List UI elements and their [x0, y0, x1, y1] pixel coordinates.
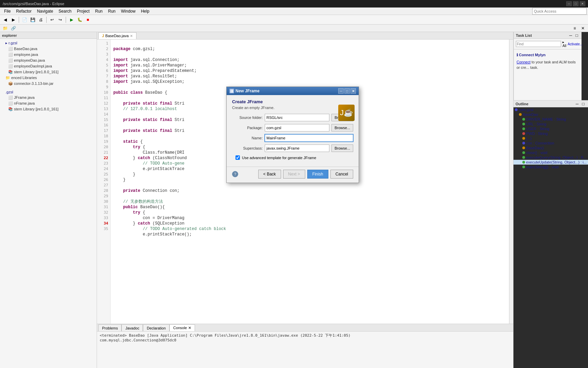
- dialog-minimize-btn[interactable]: ─: [338, 88, 344, 94]
- menu-search[interactable]: Search: [56, 8, 74, 14]
- task-find-input[interactable]: [516, 41, 561, 47]
- toolbar-btn-extra2[interactable]: ✕: [579, 25, 587, 32]
- outline-header-buttons: ─ □: [574, 101, 586, 107]
- outline-item-block[interactable]: {...}: [513, 136, 588, 141]
- superclass-input[interactable]: [265, 144, 329, 152]
- outline-item-con[interactable]: con : Connection: [513, 141, 588, 145]
- toolbar-link[interactable]: 🔗: [10, 25, 17, 32]
- tree-item-employeedao[interactable]: ⬜ employeeDao.java: [0, 58, 97, 63]
- menu-run1[interactable]: Run: [92, 8, 105, 14]
- outline-item-package[interactable]: com.gzsl: [513, 107, 588, 112]
- menu-window[interactable]: Window: [118, 8, 138, 14]
- method-icon-constructor: [522, 147, 525, 149]
- task-minimize-btn[interactable]: ─: [568, 33, 573, 38]
- toolbar-forward[interactable]: ▶: [10, 16, 17, 24]
- title-bar: /src/com/gzsl/BaseDao.java - Eclipse ─ □…: [0, 0, 588, 7]
- help-icon[interactable]: ?: [232, 171, 238, 177]
- toolbar-btn-extra1[interactable]: ≡: [571, 25, 578, 32]
- dialog-section-title: Create JFrame: [232, 99, 353, 104]
- toolbar-run[interactable]: ▶: [68, 16, 75, 24]
- outline-item-constructor[interactable]: BaseDao(): [513, 145, 588, 150]
- outline-item-url[interactable]: URL : String: [513, 122, 588, 126]
- tree-item-basedao[interactable]: ⬜ BaseDao.java: [0, 46, 97, 52]
- outline-item-pwd[interactable]: PWD : String: [513, 131, 588, 136]
- connect-link[interactable]: Connect: [517, 60, 530, 64]
- explorer-icon[interactable]: 📁: [1, 25, 9, 32]
- tree-item-connector[interactable]: 📦 connector-3.1.13-bin.jar: [0, 81, 97, 87]
- next-button[interactable]: Next >: [283, 170, 305, 179]
- close-btn[interactable]: ✕: [580, 1, 585, 6]
- menu-file[interactable]: File: [1, 8, 13, 14]
- outline-maximize-btn[interactable]: □: [581, 101, 586, 107]
- toolbar-sep2: [46, 17, 47, 23]
- form-row-source: Source folder: Browse...: [232, 114, 353, 121]
- toolbar-save[interactable]: 💾: [29, 16, 36, 24]
- dialog-footer: ? < Back Next > Finish Cancel: [227, 167, 359, 183]
- menu-project[interactable]: Project: [74, 8, 92, 14]
- name-input[interactable]: [265, 134, 353, 142]
- toolbar-sep3: [66, 17, 66, 23]
- dialog-maximize-btn[interactable]: □: [344, 88, 350, 94]
- dialog-icon-area: J☕: [338, 105, 355, 122]
- task-header-buttons: ─ □: [568, 33, 579, 38]
- outline-item-main[interactable]: main(String[]) : void: [513, 165, 588, 169]
- tree-item-gzsl2[interactable]: .gzsl: [0, 89, 97, 95]
- toolbar-new[interactable]: 📄: [21, 16, 28, 24]
- outline-item-user[interactable]: USER : String: [513, 126, 588, 131]
- outline-header: Outline ─ □: [513, 101, 588, 107]
- tree-item-employee[interactable]: ⬜ employee.java: [0, 52, 97, 58]
- field-icon-user: [522, 127, 525, 130]
- tree-item-jframe[interactable]: ⬜ JFrame.java: [0, 95, 97, 101]
- outline-item-class[interactable]: BaseDao: [513, 112, 588, 117]
- package-input[interactable]: [265, 124, 329, 132]
- minimize-btn[interactable]: ─: [566, 1, 572, 6]
- activate-link[interactable]: Activate...: [568, 42, 583, 46]
- source-folder-input[interactable]: [265, 114, 329, 121]
- task-maximize-btn[interactable]: □: [574, 33, 579, 38]
- menu-navigate[interactable]: Navigate: [34, 8, 56, 14]
- outline-item-executequery[interactable]: executeQuery(String, Object...) : R...: [513, 155, 588, 160]
- outline-item-drivername[interactable]: DRIVER_NAME : String: [513, 117, 588, 122]
- task-panel-content: ℹ Connect Mylyn Connect to your task and…: [514, 49, 582, 100]
- superclass-browse[interactable]: Browse...: [331, 144, 353, 152]
- tree-item-employeedaoimpl[interactable]: ⬜ employeeDaoImpl.java: [0, 63, 97, 69]
- tree-item-jre2[interactable]: 📚 stem Library [jre1.8.0_161]: [0, 106, 97, 112]
- new-jframe-dialog: 🖼 New JFrame ─ □ ✕ Create JFrame Create …: [226, 87, 359, 183]
- menu-help[interactable]: Help: [138, 8, 152, 14]
- advanced-template-checkbox[interactable]: [235, 155, 240, 160]
- toolbar-redo[interactable]: ↪: [56, 16, 64, 24]
- tree-item-mainframe[interactable]: ⬜ nFrame.java: [0, 101, 97, 106]
- toolbar-back[interactable]: ◀: [1, 16, 9, 24]
- back-button[interactable]: < Back: [258, 170, 281, 179]
- quick-access-input[interactable]: [532, 8, 587, 15]
- toolbar-debug[interactable]: 🐛: [76, 16, 83, 24]
- tree-item-gzsl[interactable]: ▸ r.gzsl: [0, 40, 97, 46]
- window-title: /src/com/gzsl/BaseDao.java - Eclipse: [3, 2, 566, 6]
- task-list-panel: Task List ─ □ ▸ All Activate... ℹ Connec…: [513, 32, 582, 100]
- outline-item-executeupdate[interactable]: executeUpdate(String, Object...) : i...: [513, 160, 588, 165]
- menu-bar: File Refactor Navigate Search Project Ru…: [0, 7, 588, 15]
- package-browse[interactable]: Browse...: [331, 124, 353, 132]
- outline-item-close[interactable]: close() : void: [513, 150, 588, 155]
- toolbar-sep1: [19, 17, 19, 23]
- outline-minimize-btn[interactable]: ─: [574, 101, 580, 107]
- explorer-header: explorer: [0, 32, 97, 39]
- toolbar-print[interactable]: 🖨: [37, 16, 45, 24]
- superclass-label: Superclass:: [232, 146, 263, 150]
- finish-button[interactable]: Finish: [307, 170, 328, 179]
- tree-item-jre1[interactable]: 📚 stem Library [jre1.8.0_161]: [0, 69, 97, 75]
- dialog-title-text: 🖼 New JFrame: [229, 89, 338, 93]
- tree-item-referencedlibs[interactable]: 📁 enced Libraries: [0, 75, 97, 81]
- dialog-close-btn[interactable]: ✕: [350, 88, 356, 94]
- dialog-icon: J☕: [338, 105, 355, 121]
- toolbar-undo[interactable]: ↩: [48, 16, 56, 24]
- sidebar-content: ▸ r.gzsl ⬜ BaseDao.java ⬜ employee.java …: [0, 39, 97, 368]
- window-controls: ─ □ ✕: [566, 1, 585, 6]
- connect-desc: Connect to your task and ALM tools or cr…: [517, 59, 579, 71]
- cancel-button[interactable]: Cancel: [330, 170, 353, 179]
- toolbar-stop[interactable]: ■: [84, 16, 92, 24]
- menu-run2[interactable]: Run: [105, 8, 118, 14]
- checkbox-label: Use advanced template for generate JFram…: [242, 156, 316, 160]
- maximize-btn[interactable]: □: [573, 1, 578, 6]
- menu-refactor[interactable]: Refactor: [13, 8, 34, 14]
